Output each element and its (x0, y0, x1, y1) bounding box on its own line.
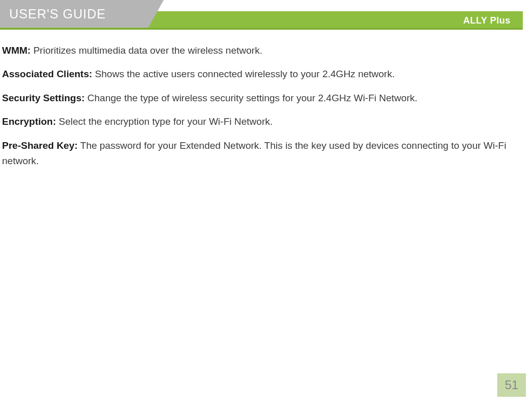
page-number-box: 51 (497, 373, 526, 397)
page-content: WMM: Prioritizes multimedia data over th… (0, 41, 532, 169)
entry-label: Security Settings: (2, 93, 85, 103)
definition-entry: Encryption: Select the encryption type f… (2, 114, 523, 129)
definition-entry: Security Settings: Change the type of wi… (2, 91, 523, 106)
brand-label: ALLY Plus (463, 15, 511, 26)
header-title-tab: USER'S GUIDE (0, 0, 148, 28)
entry-text: Change the type of wireless security set… (85, 93, 417, 103)
document-title: USER'S GUIDE (9, 7, 106, 21)
entry-label: Associated Clients: (2, 69, 92, 79)
document-header: ALLY Plus USER'S GUIDE (0, 0, 532, 32)
entry-label: Pre-Shared Key: (2, 140, 78, 151)
entry-text: The password for your Extended Network. … (2, 140, 506, 166)
page-number: 51 (505, 378, 519, 392)
entry-label: WMM: (2, 45, 31, 56)
definition-entry: Pre-Shared Key: The password for your Ex… (2, 138, 523, 169)
entry-text: Shows the active users connected wireles… (92, 69, 394, 79)
entry-text: Select the encryption type for your Wi-F… (56, 116, 273, 127)
definition-entry: Associated Clients: Shows the active use… (2, 66, 523, 82)
entry-label: Encryption: (2, 116, 56, 127)
definition-entry: WMM: Prioritizes multimedia data over th… (2, 43, 523, 58)
entry-text: Prioritizes multimedia data over the wir… (31, 45, 262, 56)
